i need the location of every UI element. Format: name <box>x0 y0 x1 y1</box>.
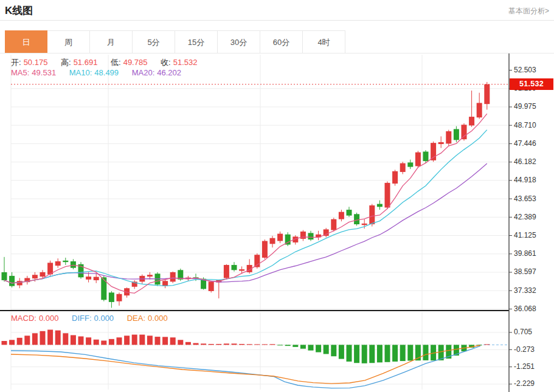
close-value: 51.532 <box>173 58 198 67</box>
page-title: K线图 <box>5 4 33 18</box>
diff-label: DIFF: <box>72 314 92 323</box>
tab-30分[interactable]: 30分 <box>218 30 260 53</box>
fundamental-analysis-link[interactable]: 基本面分析> <box>508 6 549 16</box>
tab-60分[interactable]: 60分 <box>260 30 303 53</box>
axis-tick-label: 37.332 <box>514 286 536 295</box>
open-label: 开: <box>11 58 21 67</box>
dea-label: DEA: <box>127 314 145 323</box>
macd-value: 0.000 <box>39 314 59 323</box>
axis-tick-label: 44.918 <box>514 176 536 185</box>
axis-tick-label: -2.229 <box>514 379 535 388</box>
diff-value: 0.000 <box>94 314 114 323</box>
ma-readout: MA5:49.531 MA10:48.499 MA20:46.202 <box>11 68 184 77</box>
ma5-label: MA5: <box>11 68 29 77</box>
tab-4时[interactable]: 4时 <box>303 30 345 53</box>
high-value: 51.691 <box>74 58 98 67</box>
low-label: 低: <box>111 58 121 67</box>
ma10-value: 48.499 <box>94 68 119 77</box>
last-price-tag: 51.532 <box>510 78 553 90</box>
axis-tick-label: 52.503 <box>514 66 536 75</box>
axis-tick-label: 49.975 <box>514 102 536 111</box>
axis-tick-label: -0.273 <box>514 345 535 354</box>
tab-15分[interactable]: 15分 <box>175 30 218 53</box>
macd-readout: MACD:0.000 DIFF:0.000 DEA:0.000 <box>11 314 170 323</box>
ma20-value: 46.202 <box>157 68 181 77</box>
axis-tick-label: 39.861 <box>514 249 536 258</box>
axis-tick-label: -1.251 <box>514 362 535 371</box>
tab-日[interactable]: 日 <box>5 30 47 53</box>
low-value: 49.785 <box>123 58 148 67</box>
high-label: 高: <box>61 58 71 67</box>
ma10-label: MA10: <box>69 68 92 77</box>
axis-tick-label: 42.389 <box>514 213 536 222</box>
axis-tick-label: 48.710 <box>514 121 536 130</box>
tab-周[interactable]: 周 <box>47 30 90 53</box>
period-tabbar: 日周月5分15分30分60分4时 <box>5 30 345 53</box>
axis-tick-label: 43.653 <box>514 194 536 204</box>
ma5-value: 49.531 <box>32 68 56 77</box>
header-divider <box>0 20 554 21</box>
ma20-label: MA20: <box>132 68 155 77</box>
close-label: 收: <box>161 58 171 67</box>
macd-label: MACD: <box>11 314 36 323</box>
kline-page: K线图 基本面分析> 日周月5分15分30分60分4时 开:50.175 高:5… <box>0 0 554 392</box>
dea-value: 0.000 <box>148 314 168 323</box>
axis-tick-label: 38.597 <box>514 267 536 277</box>
tab-月[interactable]: 月 <box>90 30 133 53</box>
axis-tick-label: 0.705 <box>514 328 532 337</box>
tab-5分[interactable]: 5分 <box>133 30 175 53</box>
axis-tick-label: 41.125 <box>514 231 536 240</box>
axis-tick-label: 46.182 <box>514 157 536 167</box>
ohlc-readout: 开:50.175 高:51.691 低:49.785 收:51.532 <box>11 57 199 68</box>
axis-tick-label: 47.446 <box>514 139 536 148</box>
axis-tick-label: 36.068 <box>514 304 536 314</box>
open-value: 50.175 <box>24 58 48 67</box>
